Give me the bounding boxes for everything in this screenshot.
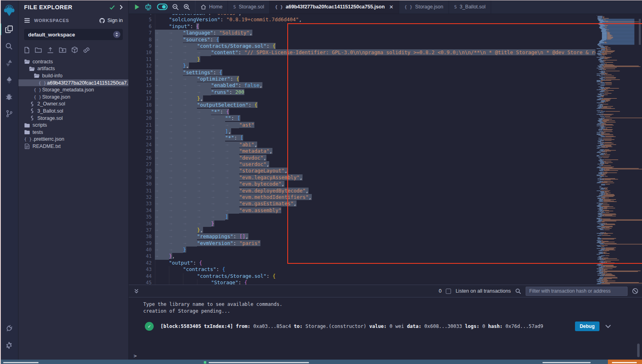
doc-icon bbox=[24, 144, 30, 149]
solidity-file-icon: S bbox=[233, 4, 236, 10]
run-script-button[interactable] bbox=[134, 4, 140, 10]
line-number: 12 bbox=[129, 63, 152, 69]
window-edge bbox=[0, 0, 642, 0]
code-line-38: 38→→→"remappings": [], bbox=[129, 233, 595, 240]
statusbar-alert-button[interactable] bbox=[608, 360, 642, 364]
transaction-count-badge: 0 bbox=[439, 288, 441, 294]
tab-a69b43f277ba20fcac141151250ca755-json[interactable]: { }a69b43f277ba20fcac141151250ca755.json… bbox=[270, 0, 399, 14]
sidebar-item-settings[interactable] bbox=[0, 337, 18, 354]
tree-item-contracts[interactable]: contracts bbox=[18, 58, 128, 65]
tree-item-label: 2_Owner.sol bbox=[37, 101, 65, 107]
link-icon[interactable] bbox=[83, 47, 90, 53]
workspace-name: default_workspace bbox=[28, 32, 113, 38]
listen-all-transactions-checkbox[interactable] bbox=[446, 289, 451, 294]
line-number: 24 bbox=[129, 142, 152, 148]
tab-storage-json[interactable]: { }Storage.json bbox=[399, 0, 449, 14]
sidebar-item-file-explorer[interactable] bbox=[0, 21, 18, 38]
code-line-9: 9→→→"contracts/Storage.sol": { bbox=[129, 43, 595, 49]
line-number: 30 bbox=[129, 181, 152, 187]
line-number: 27 bbox=[129, 161, 152, 168]
ai-copilot-toggle[interactable] bbox=[157, 3, 168, 10]
clear-console-icon[interactable] bbox=[632, 288, 638, 294]
sign-in-button[interactable]: Sign in bbox=[99, 18, 123, 24]
json-icon: { } bbox=[39, 81, 45, 85]
chevron-right-icon[interactable] bbox=[120, 5, 123, 10]
terminal-scrollbar[interactable] bbox=[637, 344, 640, 357]
terminal-log-line: Type the library name to see available c… bbox=[143, 301, 642, 307]
line-number: 14 bbox=[129, 76, 152, 82]
tree-item--prettierrc-json[interactable]: { }.prettierrc.json bbox=[18, 136, 128, 143]
terminal-collapse-icon[interactable] bbox=[134, 288, 139, 294]
code-region[interactable]: 4 "solcVersion": "0.8.19",5 "solcLongVer… bbox=[129, 14, 595, 285]
upload-folder-icon[interactable] bbox=[59, 47, 66, 53]
workspaces-menu-icon[interactable] bbox=[24, 18, 30, 23]
editor-minimap[interactable] bbox=[595, 14, 642, 285]
sol-icon bbox=[29, 115, 35, 121]
line-number: 23 bbox=[129, 135, 152, 141]
code-line-18: 18→→→"outputSelection": { bbox=[129, 102, 595, 108]
tab-storage-sol[interactable]: SStorage.sol bbox=[228, 0, 270, 14]
terminal-log: Type the library name to see available c… bbox=[129, 297, 642, 314]
sidebar-item-search[interactable] bbox=[0, 38, 18, 55]
debug-button[interactable]: Debug bbox=[575, 322, 599, 331]
sidebar-item-git[interactable] bbox=[0, 105, 18, 122]
sidebar-item-debugger[interactable] bbox=[0, 88, 18, 105]
tree-item-storage-json[interactable]: { }Storage.json bbox=[18, 93, 128, 101]
tree-item-readme-txt[interactable]: README.txt bbox=[18, 143, 128, 150]
terminal-body[interactable]: Type the library name to see available c… bbox=[129, 297, 642, 360]
editor-tab-bar: HomeSStorage.sol{ }a69b43f277ba20fcac141… bbox=[195, 0, 642, 14]
tree-item-storage-metadata-json[interactable]: { }Storage_metadata.json bbox=[18, 86, 128, 93]
tree-item-3-ballot-sol[interactable]: 3_Ballot.sol bbox=[18, 107, 128, 115]
code-editor[interactable]: 4 "solcVersion": "0.8.19",5 "solcLongVer… bbox=[129, 14, 642, 285]
close-tab-icon[interactable]: ✕ bbox=[389, 4, 394, 10]
line-number: 5 bbox=[129, 16, 152, 23]
zoom-in-icon[interactable] bbox=[183, 4, 190, 10]
tree-item-tests[interactable]: tests bbox=[18, 129, 128, 136]
code-line-22: 22→→→→→], bbox=[129, 128, 595, 135]
file-tree: contractsartifactsbuild-info{ }a69b43f27… bbox=[18, 58, 128, 150]
folder-open-icon bbox=[24, 59, 30, 64]
new-file-icon[interactable] bbox=[24, 47, 30, 53]
statusbar-network-icon bbox=[204, 361, 206, 364]
tree-item-scripts[interactable]: scripts bbox=[18, 121, 128, 129]
terminal-panel: 0 Listen on all transactions Type the li… bbox=[129, 285, 642, 360]
ipfs-box-icon[interactable] bbox=[71, 47, 78, 53]
tree-item-build-info[interactable]: build-info bbox=[18, 72, 128, 79]
tree-item-a69b43f277ba20fcac141151250ca7-[interactable]: { }a69b43f277ba20fcac141151250ca7... bbox=[18, 79, 128, 87]
terminal-prompt[interactable]: > bbox=[134, 353, 137, 359]
new-folder-icon[interactable] bbox=[35, 47, 42, 53]
code-line-43: 43 "contracts": { bbox=[129, 266, 595, 273]
zoom-out-icon[interactable] bbox=[172, 4, 179, 10]
tree-item-label: scripts bbox=[33, 122, 47, 128]
tree-item-2-owner-sol[interactable]: 2_Owner.sol bbox=[18, 101, 128, 108]
upload-file-icon[interactable] bbox=[47, 47, 54, 53]
sign-in-label: Sign in bbox=[108, 18, 123, 23]
panel-title: FILE EXPLORER bbox=[24, 4, 110, 10]
workspace-select[interactable]: default_workspace bbox=[24, 29, 123, 40]
transaction-filter-input[interactable] bbox=[526, 287, 628, 296]
ai-assistant-icon[interactable] bbox=[144, 3, 152, 11]
code-line-13: 13→→"settings": { bbox=[129, 69, 595, 76]
sidebar-item-solidity-compiler[interactable] bbox=[0, 55, 18, 71]
code-line-33: 33→→→→→→"evm.gasEstimates", bbox=[129, 200, 595, 207]
code-line-7: 7→→"language": "Solidity", bbox=[129, 30, 595, 36]
line-number: 28 bbox=[129, 168, 152, 174]
tab-home[interactable]: Home bbox=[195, 0, 228, 14]
tree-item-label: Storage.json bbox=[42, 94, 70, 100]
search-icon bbox=[5, 42, 13, 50]
tx-expand-chevron-icon[interactable] bbox=[605, 325, 611, 328]
line-number: 9 bbox=[129, 43, 152, 49]
code-line-21: 21→→→→→→"ast" bbox=[129, 122, 595, 128]
terminal-search-icon[interactable] bbox=[515, 288, 521, 294]
sidebar-item-plugin-manager[interactable] bbox=[0, 320, 18, 337]
sidebar-item-deploy-run[interactable] bbox=[0, 71, 18, 88]
line-number: 44 bbox=[129, 273, 152, 279]
remix-logo[interactable] bbox=[0, 0, 18, 21]
tree-item-artifacts[interactable]: artifacts bbox=[18, 65, 128, 73]
tree-item-storage-sol[interactable]: Storage.sol bbox=[18, 115, 128, 122]
transaction-row[interactable]: ✓ [block:5583405 txIndex:4] from: 0xa03.… bbox=[145, 322, 642, 331]
tab-3-ballot-sol[interactable]: S3_Ballot.sol bbox=[449, 0, 491, 14]
tx-success-icon: ✓ bbox=[145, 322, 154, 331]
code-line-24: 24→→→→→→"abi", bbox=[129, 142, 595, 148]
status-bar bbox=[0, 360, 642, 364]
